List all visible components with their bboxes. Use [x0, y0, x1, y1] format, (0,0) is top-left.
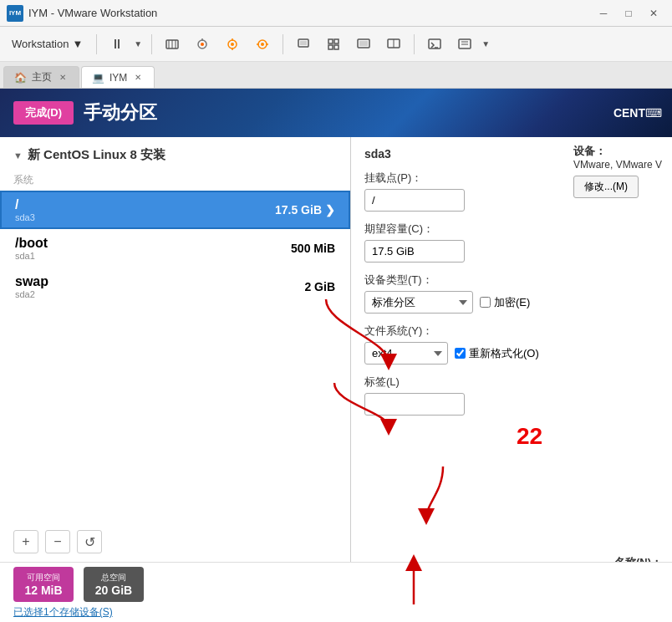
cent-label: CENT: [613, 106, 645, 120]
svg-rect-16: [300, 41, 307, 45]
view-button[interactable]: [451, 31, 478, 58]
svg-rect-19: [328, 45, 333, 49]
refresh-partition-button[interactable]: ↺: [77, 530, 102, 553]
device-type-label: 设备类型(T)：: [364, 273, 659, 288]
storage-link[interactable]: 已选择1个存储设备(S): [0, 606, 126, 621]
available-value: 12 MiB: [24, 584, 62, 597]
svg-rect-22: [359, 41, 368, 46]
total-space-badge: 总空间 20 GiB: [84, 567, 144, 602]
partition-dev-root: sda3: [15, 212, 35, 222]
partition-arrow-root: ❯: [325, 203, 335, 217]
svg-point-12: [261, 43, 264, 46]
window-title: IYM - VMware Workstation: [28, 7, 592, 19]
snapshot-button[interactable]: [189, 31, 216, 58]
filesystem-label: 文件系统(Y)：: [364, 324, 659, 339]
iym-tab-label: IYM: [109, 72, 127, 84]
encrypt-label: 加密(E): [494, 295, 530, 310]
home-tab-icon: 🏠: [14, 72, 27, 84]
available-label: 可用空间: [27, 572, 60, 584]
tab-iym[interactable]: 💻 IYM ✕: [81, 66, 155, 88]
svg-rect-20: [334, 45, 339, 49]
tag-row: 标签(L): [364, 375, 659, 416]
bottom-space-bar: 可用空间 12 MiB 总空间 20 GiB: [0, 562, 672, 605]
done-button[interactable]: 完成(D): [13, 101, 74, 125]
partition-size-boot: 500 MiB: [291, 242, 335, 255]
left-panel: 新 CentOS Linux 8 安装 系统 / sda3 17.5 GiB ❯…: [0, 137, 351, 562]
send-ctrlaltdel-button[interactable]: [159, 31, 186, 58]
partition-name-boot: /boot: [15, 236, 48, 251]
encrypt-checkbox[interactable]: [480, 297, 491, 308]
svg-rect-18: [334, 39, 339, 43]
content-wrapper: 新 CentOS Linux 8 安装 系统 / sda3 17.5 GiB ❯…: [0, 137, 672, 622]
encrypt-checkbox-label[interactable]: 加密(E): [480, 295, 530, 310]
system-section-label: 系统: [0, 170, 350, 191]
home-tab-close-button[interactable]: ✕: [57, 72, 69, 84]
name-panel: 名称(N)： sda3: [614, 555, 662, 562]
filesystem-select[interactable]: ext4 xfs ext3: [364, 342, 448, 365]
tab-home[interactable]: 🏠 主页 ✕: [3, 66, 79, 88]
iym-tab-icon: 💻: [92, 72, 104, 84]
toolbar: Workstation ▼ ⏸ ▼ ▼: [0, 27, 672, 62]
device-type-select[interactable]: 标准分区 LVM LVM 精简配置: [364, 291, 473, 314]
mount-point-input[interactable]: [364, 189, 465, 212]
keyboard-icon: ⌨: [645, 106, 662, 120]
install-title: 新 CentOS Linux 8 安装: [0, 147, 350, 170]
left-actions: + − ↺: [0, 522, 350, 562]
fullscreen-button[interactable]: [320, 31, 347, 58]
svg-rect-17: [328, 39, 333, 43]
pause-button[interactable]: ⏸: [104, 31, 130, 58]
right-panel: sda3 挂载点(P)： 期望容量(C)： 设备类型(T)： 标准分区 LVM …: [351, 137, 672, 562]
device-type-row: 设备类型(T)： 标准分区 LVM LVM 精简配置 加密(E): [364, 273, 659, 314]
workstation-menu-button[interactable]: Workstation ▼: [5, 34, 89, 54]
view3-button[interactable]: [380, 31, 407, 58]
name-label-right: 名称(N)：: [614, 555, 662, 562]
header-bar: 完成(D) 手动分区 CENT ⌨: [0, 89, 672, 137]
view2-button[interactable]: [350, 31, 377, 58]
available-space-badge: 可用空间 12 MiB: [13, 567, 74, 602]
partition-item-boot[interactable]: /boot sda1 500 MiB: [0, 229, 350, 268]
dropdown-arrow-icon: ▼: [72, 38, 83, 50]
device-label: 设备：: [573, 144, 662, 159]
svg-point-8: [231, 43, 234, 46]
pause-dropdown-button[interactable]: ▼: [131, 31, 145, 58]
modify-button[interactable]: 修改...(M): [573, 176, 639, 198]
fit-guest-button[interactable]: [290, 31, 317, 58]
window-controls: ─ □ ✕: [592, 4, 665, 23]
reformat-checkbox-label[interactable]: 重新格式化(O): [455, 346, 539, 361]
workstation-label: Workstation: [12, 38, 69, 50]
tabs-bar: 🏠 主页 ✕ 💻 IYM ✕: [0, 62, 672, 89]
partition-dev-boot: sda1: [15, 251, 48, 261]
toolbar-separator-3: [283, 34, 283, 54]
toolbar-separator-4: [414, 34, 415, 54]
tag-label: 标签(L): [364, 375, 659, 390]
tag-input[interactable]: [364, 393, 465, 416]
partition-dev-swap: sda2: [15, 289, 48, 299]
partition-item-swap[interactable]: swap sda2 2 GiB: [0, 268, 350, 306]
titlebar: IYM IYM - VMware Workstation ─ □ ✕: [0, 0, 672, 27]
terminal-button[interactable]: [421, 31, 448, 58]
app-icon: IYM: [7, 5, 23, 22]
add-partition-button[interactable]: +: [13, 530, 38, 553]
total-label: 总空间: [101, 572, 126, 584]
device-info-panel: 设备： VMware, VMware V 修改...(M): [573, 144, 662, 198]
home-tab-label: 主页: [32, 70, 52, 84]
partition-size-root: 17.5 GiB ❯: [275, 203, 335, 217]
snapshot2-button[interactable]: [219, 31, 246, 58]
view-dropdown-arrow[interactable]: ▼: [479, 31, 492, 58]
minimize-button[interactable]: ─: [592, 4, 615, 23]
svg-point-5: [201, 43, 204, 46]
main-content: 新 CentOS Linux 8 安装 系统 / sda3 17.5 GiB ❯…: [0, 137, 672, 562]
remove-partition-button[interactable]: −: [45, 530, 70, 553]
maximize-button[interactable]: □: [617, 4, 640, 23]
partition-item-root[interactable]: / sda3 17.5 GiB ❯: [0, 191, 350, 229]
reformat-checkbox[interactable]: [455, 348, 466, 359]
close-button[interactable]: ✕: [642, 4, 665, 23]
iym-tab-close-button[interactable]: ✕: [132, 72, 144, 84]
filesystem-row: 文件系统(Y)： ext4 xfs ext3 重新格式化(O): [364, 324, 659, 365]
desired-capacity-input[interactable]: [364, 240, 465, 263]
desired-capacity-row: 期望容量(C)：: [364, 222, 659, 263]
desired-capacity-label: 期望容量(C)：: [364, 222, 659, 237]
snapshot3-button[interactable]: [249, 31, 276, 58]
partition-size-swap: 2 GiB: [304, 280, 335, 293]
reformat-label: 重新格式化(O): [469, 346, 539, 361]
